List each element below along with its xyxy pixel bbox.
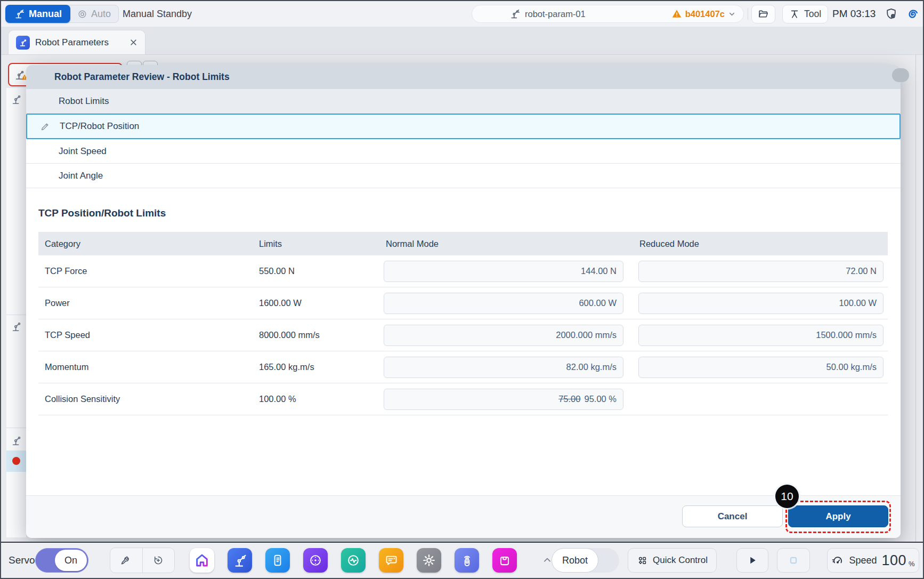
play-button[interactable] bbox=[736, 548, 768, 573]
normal-mode-input[interactable]: 2000.000 mm/s bbox=[384, 325, 623, 346]
warning-icon bbox=[671, 9, 682, 19]
pencil-edit-icon bbox=[40, 122, 50, 132]
auto-mode-label: Auto bbox=[91, 9, 111, 20]
robot-arm-icon bbox=[14, 9, 25, 19]
background-toggle-knob bbox=[892, 68, 909, 82]
menu-label: TCP/Robot Position bbox=[60, 121, 139, 132]
speed-value: 100 bbox=[881, 552, 906, 569]
reduced-mode-input[interactable]: 72.00 N bbox=[638, 261, 884, 282]
record-dot bbox=[12, 457, 20, 465]
robot-arm-icon bbox=[11, 93, 22, 105]
sync-plus-icon bbox=[152, 554, 164, 566]
settings-wrench-button[interactable] bbox=[110, 548, 142, 573]
speedometer-icon bbox=[831, 554, 844, 567]
monitoring-app-icon[interactable] bbox=[341, 548, 366, 573]
stop-button[interactable] bbox=[777, 548, 810, 573]
jog-pad-app-icon[interactable] bbox=[303, 548, 328, 573]
table-row: TCP Speed 8000.000 mm/s 2000.000 mm/s 15… bbox=[38, 319, 888, 351]
teach-pendant-app-icon[interactable] bbox=[265, 548, 290, 573]
remote-control-app-icon[interactable] bbox=[455, 548, 479, 573]
robot-selector[interactable]: robot-param-01 b401407c bbox=[472, 5, 744, 23]
dialog-footer: Cancel Apply bbox=[26, 495, 901, 538]
clock: PM 03:13 bbox=[832, 1, 876, 27]
spiral-sync-icon[interactable] bbox=[906, 7, 919, 21]
category-cell: Momentum bbox=[38, 362, 253, 372]
home-app-icon[interactable] bbox=[190, 548, 214, 573]
robot-name: robot-param-01 bbox=[525, 9, 586, 19]
messages-app-icon[interactable] bbox=[379, 548, 403, 573]
menu-item-joint-angle[interactable]: Joint Angle bbox=[26, 164, 901, 188]
tool-gripper-icon bbox=[789, 9, 800, 20]
utility-button-group bbox=[110, 548, 175, 573]
tab-robot-parameters[interactable]: Robot Parameters bbox=[8, 30, 145, 54]
apply-button[interactable]: Apply bbox=[788, 505, 888, 527]
robot-space-toggle[interactable]: Robot bbox=[552, 548, 619, 573]
speed-control[interactable]: Speed 100 % bbox=[827, 548, 919, 573]
stop-icon bbox=[788, 554, 799, 566]
folder-icon bbox=[758, 9, 769, 20]
speed-label: Speed bbox=[849, 555, 877, 566]
normal-mode-input[interactable]: 82.00 kg.m/s bbox=[384, 357, 623, 378]
chevron-down-icon bbox=[728, 10, 736, 18]
alarm-badge[interactable]: b401407c bbox=[671, 9, 736, 19]
table-row: Momentum 165.00 kg.m/s 82.00 kg.m/s 50.0… bbox=[38, 351, 888, 383]
store-app-icon[interactable] bbox=[492, 548, 517, 573]
menu-item-robot-limits[interactable]: Robot Limits bbox=[26, 89, 901, 114]
tool-button[interactable]: Tool bbox=[782, 5, 828, 23]
update-pose-button[interactable] bbox=[143, 548, 175, 573]
menu-label: Joint Angle bbox=[59, 171, 103, 181]
normal-mode-input[interactable]: 75.00 95.00 % bbox=[384, 389, 623, 410]
bottom-bar: Servo On bbox=[1, 542, 923, 578]
dialog-title: Robot Parameter Review - Robot Limits bbox=[26, 65, 901, 89]
limit-cell: 100.00 % bbox=[253, 394, 379, 404]
reduced-mode-input[interactable]: 100.00 W bbox=[638, 293, 884, 314]
menu-item-tcp-robot-position[interactable]: TCP/Robot Position bbox=[26, 114, 901, 139]
quick-control-icon bbox=[637, 555, 648, 566]
robot-arm-icon bbox=[509, 9, 520, 19]
col-header-normal-mode: Normal Mode bbox=[379, 239, 633, 249]
reduced-mode-input[interactable]: 50.00 kg.m/s bbox=[638, 357, 884, 378]
limit-cell: 8000.000 mm/s bbox=[253, 330, 379, 340]
alarm-code: b401407c bbox=[685, 9, 725, 19]
manual-mode-label: Manual bbox=[29, 9, 62, 20]
safety-shield-icon[interactable] bbox=[885, 7, 898, 21]
dock-collapse-chevron[interactable] bbox=[542, 555, 553, 566]
menu-item-joint-speed[interactable]: Joint Speed bbox=[26, 139, 901, 164]
robot-space-label: Robot bbox=[552, 548, 598, 573]
menu-label: Robot Limits bbox=[59, 96, 109, 107]
background-panel-edge bbox=[915, 54, 916, 544]
topbar-separator bbox=[748, 8, 748, 20]
robot-parameters-tab-icon bbox=[16, 36, 30, 50]
new-value: 95.00 % bbox=[584, 394, 617, 404]
cancel-button[interactable]: Cancel bbox=[682, 505, 783, 527]
auto-mode-button[interactable]: Auto bbox=[67, 5, 119, 23]
settings-app-icon[interactable] bbox=[417, 548, 441, 573]
limit-cell: 165.00 kg.m/s bbox=[253, 362, 379, 372]
reduced-mode-input[interactable]: 1500.000 mm/s bbox=[638, 325, 884, 346]
tab-close-icon[interactable] bbox=[129, 38, 137, 46]
normal-mode-input[interactable]: 600.00 W bbox=[384, 293, 623, 314]
previous-value: 75.00 bbox=[558, 394, 580, 404]
app-dock bbox=[190, 548, 553, 573]
category-cell: Collision Sensitivity bbox=[38, 394, 253, 404]
quick-control-label: Quick Control bbox=[653, 555, 708, 566]
manual-mode-button[interactable]: Manual bbox=[5, 5, 70, 23]
table-row: TCP Force 550.00 N 144.00 N 72.00 N bbox=[38, 255, 888, 287]
wrench-icon bbox=[120, 554, 132, 566]
file-open-button[interactable] bbox=[751, 5, 775, 23]
quick-control-button[interactable]: Quick Control bbox=[628, 548, 717, 573]
servo-toggle[interactable]: On bbox=[35, 548, 88, 573]
robot-app-icon[interactable] bbox=[228, 548, 252, 573]
robot-status-text: Manual Standby bbox=[123, 1, 192, 27]
limits-table: Category Limits Normal Mode Reduced Mode… bbox=[38, 232, 888, 415]
table-row: Power 1600.00 W 600.00 W 100.00 W bbox=[38, 287, 888, 319]
category-cell: TCP Force bbox=[38, 266, 253, 276]
tab-bar: Robot Parameters bbox=[1, 27, 923, 55]
mode-switch: Manual Auto bbox=[5, 5, 119, 23]
step-number-badge: 10 bbox=[775, 485, 799, 508]
normal-mode-input[interactable]: 144.00 N bbox=[384, 261, 623, 282]
top-bar: Manual Auto Manual Standby robot-param-0… bbox=[1, 1, 923, 27]
menu-label: Joint Speed bbox=[59, 146, 107, 157]
tab-title: Robot Parameters bbox=[35, 37, 109, 48]
col-header-limits: Limits bbox=[253, 239, 379, 249]
